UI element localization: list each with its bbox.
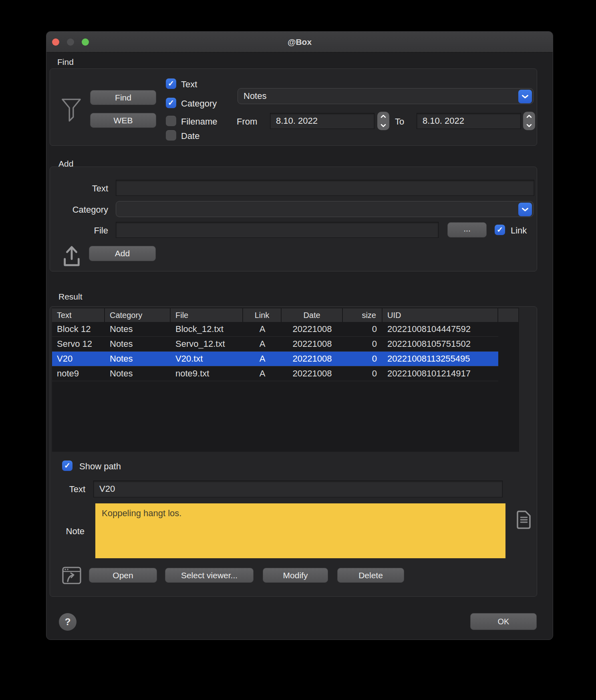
category-checkbox-label: Category	[181, 99, 217, 109]
delete-button[interactable]: Delete	[337, 568, 404, 583]
show-path-checkbox[interactable]: ✓	[62, 461, 72, 471]
cell-size: 0	[343, 322, 383, 336]
cell-uid: 20221008104447592	[383, 322, 498, 336]
add-group-box: Text Category File ... ✓ Link Add	[50, 167, 537, 272]
table-header: Text Category File Link Date size UID	[52, 308, 519, 322]
note-textarea[interactable]: Koppeling hangt los.	[95, 503, 505, 558]
dialog-window: @Box Find Find WEB ✓ Text ✓ Category Fil…	[46, 31, 553, 640]
cell-category: Notes	[105, 366, 171, 381]
add-file-input[interactable]	[116, 222, 439, 238]
add-file-label: File	[50, 225, 108, 236]
result-section-label: Result	[58, 292, 83, 302]
title-bar[interactable]: @Box	[46, 32, 553, 52]
cell-uid: 20221008113255495	[383, 352, 498, 366]
cell-link: A	[243, 366, 282, 381]
open-button[interactable]: Open	[89, 568, 157, 583]
to-date-stepper[interactable]	[523, 112, 535, 130]
cell-date: 20221008	[282, 322, 343, 336]
text-checkbox-label: Text	[181, 79, 197, 90]
cell-file: Servo_12.txt	[171, 337, 243, 351]
result-text-field[interactable]	[93, 481, 503, 497]
column-header-date[interactable]: Date	[282, 308, 343, 322]
filter-icon	[61, 98, 81, 123]
select-viewer-button[interactable]: Select viewer...	[165, 568, 254, 583]
cell-category: Notes	[105, 322, 171, 336]
add-button[interactable]: Add	[89, 246, 156, 261]
add-category-select[interactable]	[116, 201, 534, 217]
find-button[interactable]: Find	[90, 90, 156, 105]
cell-text: Servo 12	[52, 337, 105, 351]
modify-button[interactable]: Modify	[263, 568, 328, 583]
chevron-up-icon	[381, 115, 386, 118]
table-row[interactable]: Servo 12 Notes Servo_12.txt A 20221008 0…	[52, 337, 498, 352]
browse-button[interactable]: ...	[447, 222, 487, 237]
text-checkbox[interactable]: ✓	[166, 78, 176, 89]
find-section-label: Find	[57, 57, 74, 67]
column-header-category[interactable]: Category	[105, 308, 171, 322]
add-text-input[interactable]	[116, 180, 534, 196]
filename-checkbox[interactable]	[166, 116, 176, 126]
chevron-down-icon	[381, 124, 386, 127]
ok-button[interactable]: OK	[470, 613, 537, 630]
web-button[interactable]: WEB	[90, 113, 156, 128]
cell-uid: 20221008105751502	[383, 337, 498, 351]
document-icon	[516, 510, 532, 530]
chevron-down-icon[interactable]	[518, 90, 532, 103]
cell-category: Notes	[105, 352, 171, 366]
check-icon: ✓	[166, 98, 176, 108]
column-header-extra[interactable]	[498, 308, 518, 322]
help-button[interactable]: ?	[59, 613, 77, 631]
cell-uid: 20221008101214917	[383, 366, 498, 381]
cell-link: A	[243, 322, 282, 336]
chevron-down-icon	[526, 124, 532, 127]
cell-category: Notes	[105, 337, 171, 351]
table-row-selected[interactable]: V20 Notes V20.txt A 20221008 0 202210081…	[52, 352, 498, 366]
category-select-value: Notes	[244, 89, 266, 104]
cell-link: A	[243, 337, 282, 351]
result-table: Text Category File Link Date size UID Bl…	[52, 308, 519, 452]
check-icon: ✓	[62, 461, 72, 471]
add-category-label: Category	[50, 205, 108, 215]
date-checkbox[interactable]	[166, 130, 176, 141]
result-text-label: Text	[50, 484, 85, 495]
column-header-link[interactable]: Link	[243, 308, 282, 322]
cell-file: Block_12.txt	[171, 322, 243, 336]
date-checkbox-label: Date	[181, 131, 199, 141]
column-header-uid[interactable]: UID	[383, 308, 498, 322]
cell-file: V20.txt	[171, 352, 243, 366]
filename-checkbox-label: Filename	[181, 117, 217, 127]
cell-size: 0	[343, 366, 383, 381]
chevron-down-icon[interactable]	[518, 203, 532, 216]
cell-size: 0	[343, 352, 383, 366]
to-label: To	[395, 117, 404, 127]
cell-date: 20221008	[282, 352, 343, 366]
cell-date: 20221008	[282, 366, 343, 381]
column-header-file[interactable]: File	[171, 308, 243, 322]
column-header-text[interactable]: Text	[52, 308, 105, 322]
cell-link: A	[243, 352, 282, 366]
table-row[interactable]: Block 12 Notes Block_12.txt A 20221008 0…	[52, 322, 498, 337]
cell-text: V20	[52, 352, 105, 366]
check-icon: ✓	[495, 225, 505, 235]
upload-icon	[62, 245, 82, 268]
cell-date: 20221008	[282, 337, 343, 351]
add-text-label: Text	[50, 183, 108, 194]
cell-size: 0	[343, 337, 383, 351]
link-checkbox[interactable]: ✓	[495, 225, 505, 235]
chevron-up-icon	[526, 115, 532, 118]
note-label: Note	[50, 526, 85, 537]
to-date-field[interactable]	[417, 113, 521, 129]
result-group-box: Text Category File Link Date size UID Bl…	[50, 306, 537, 597]
window-title: @Box	[46, 32, 553, 52]
from-date-stepper[interactable]	[377, 112, 389, 130]
open-window-icon	[62, 566, 82, 585]
cell-text: Block 12	[52, 322, 105, 336]
category-checkbox[interactable]: ✓	[166, 98, 176, 108]
table-row[interactable]: note9 Notes note9.txt A 20221008 0 20221…	[52, 366, 498, 381]
find-group-box: Find WEB ✓ Text ✓ Category Filename Date…	[50, 68, 537, 146]
show-path-label: Show path	[79, 461, 121, 472]
cell-text: note9	[52, 366, 105, 381]
from-date-field[interactable]	[270, 113, 375, 129]
category-select[interactable]: Notes	[238, 88, 534, 104]
column-header-size[interactable]: size	[343, 308, 383, 322]
